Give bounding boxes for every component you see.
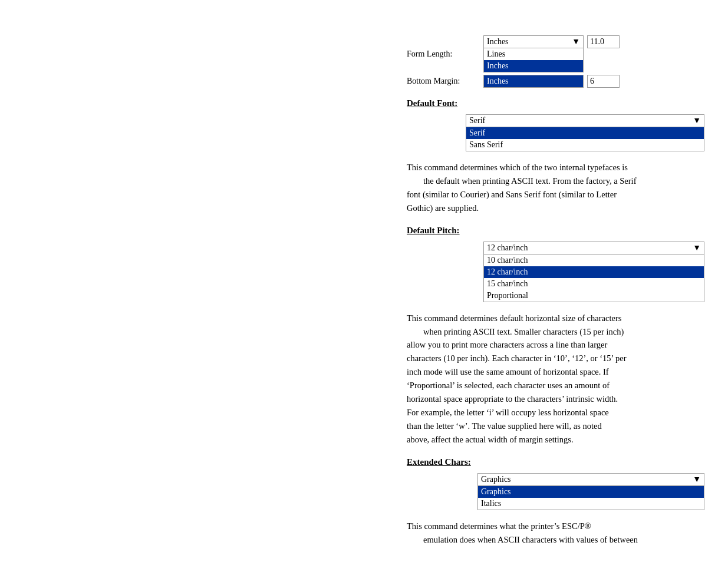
font-selected-value: Serif <box>469 116 485 125</box>
bottom-margin-row: Bottom Margin: Inches 6 <box>407 75 704 88</box>
form-length-numeric-value[interactable]: 11.0 <box>587 35 620 48</box>
extended-chars-arrow-icon: ▼ <box>693 475 701 484</box>
form-length-bottom-margin-section: Form Length: Inches ▼ Lines Inches 11.0 <box>407 35 704 88</box>
form-length-option-inches[interactable]: Inches <box>484 60 583 72</box>
extended-chars-selected-display[interactable]: Graphics ▼ <box>478 474 704 485</box>
form-length-dropdown-wrapper[interactable]: Inches ▼ Lines Inches <box>483 35 584 72</box>
pitch-dropdown[interactable]: 12 char/inch ▼ 10 char/inch 12 char/inch… <box>483 242 704 302</box>
pitch-option-15[interactable]: 15 char/inch <box>484 278 704 290</box>
pitch-arrow-icon: ▼ <box>693 243 701 253</box>
font-description-indent: the default when printing ASCII text. Fr… <box>407 176 636 213</box>
extended-chars-description-line1: This command determines what the printer… <box>407 521 591 531</box>
default-font-description: This command determines which of the two… <box>407 161 704 215</box>
pitch-description-rest: when printing ASCII text. Smaller charac… <box>407 327 627 444</box>
font-option-sans-serif[interactable]: Sans Serif <box>466 139 704 151</box>
bottom-margin-option-inches[interactable]: Inches <box>484 75 583 87</box>
extended-chars-description-rest: emulation does when ASCII characters wit… <box>407 535 638 544</box>
extended-chars-option-graphics[interactable]: Graphics <box>478 486 704 498</box>
font-option-serif[interactable]: Serif <box>466 127 704 139</box>
default-pitch-description: This command determines default horizont… <box>407 312 704 447</box>
extended-chars-heading: Extended Chars: <box>407 457 704 467</box>
default-font-heading: Default Font: <box>407 98 704 108</box>
pitch-option-proportional[interactable]: Proportional <box>484 290 704 302</box>
extended-chars-section: Extended Chars: Graphics ▼ Graphics Ital… <box>407 457 704 547</box>
form-length-row: Form Length: Inches ▼ Lines Inches 11.0 <box>407 35 704 72</box>
pitch-option-10[interactable]: 10 char/inch <box>484 254 704 266</box>
extended-chars-option-italics[interactable]: Italics <box>478 498 704 510</box>
form-length-selected[interactable]: Inches ▼ <box>484 36 583 48</box>
form-length-label: Form Length: <box>407 49 483 59</box>
extended-chars-dropdown-area: Graphics ▼ Graphics Italics <box>477 473 704 510</box>
default-pitch-section: Default Pitch: 12 char/inch ▼ 10 char/in… <box>407 226 704 447</box>
pitch-options: 10 char/inch 12 char/inch 15 char/inch P… <box>484 254 704 302</box>
font-dropdown-area: Serif ▼ Serif Sans Serif <box>466 114 704 151</box>
bottom-margin-numeric-value[interactable]: 6 <box>587 75 620 88</box>
default-pitch-heading: Default Pitch: <box>407 226 704 236</box>
pitch-dropdown-area: 12 char/inch ▼ 10 char/inch 12 char/inch… <box>483 242 704 302</box>
pitch-description-line1: This command determines default horizont… <box>407 313 621 323</box>
font-dropdown[interactable]: Serif ▼ Serif Sans Serif <box>466 114 704 151</box>
form-length-dropdown[interactable]: Inches ▼ Lines Inches <box>483 35 584 72</box>
pitch-option-12[interactable]: 12 char/inch <box>484 266 704 278</box>
default-font-section: Default Font: Serif ▼ Serif Sans Serif T… <box>407 98 704 215</box>
pitch-selected-display[interactable]: 12 char/inch ▼ <box>484 242 704 254</box>
form-length-option-lines[interactable]: Lines <box>484 48 583 60</box>
font-selected-display[interactable]: Serif ▼ <box>466 115 704 127</box>
bottom-margin-label: Bottom Margin: <box>407 77 483 86</box>
content-area: Form Length: Inches ▼ Lines Inches 11.0 <box>407 35 728 547</box>
page-container: Form Length: Inches ▼ Lines Inches 11.0 <box>0 0 728 562</box>
form-length-arrow: ▼ <box>572 37 580 47</box>
font-description-text: This command determines which of the two… <box>407 163 628 172</box>
extended-chars-selected-value: Graphics <box>481 475 511 484</box>
form-length-options: Lines Inches <box>484 48 583 72</box>
extended-chars-description: This command determines what the printer… <box>407 520 704 547</box>
extended-chars-dropdown[interactable]: Graphics ▼ Graphics Italics <box>477 473 704 510</box>
bottom-margin-dropdown[interactable]: Inches <box>483 75 584 88</box>
form-length-value: Inches <box>487 37 509 47</box>
bottom-margin-dropdown-wrapper[interactable]: Inches <box>483 75 584 88</box>
font-options: Serif Sans Serif <box>466 127 704 151</box>
font-arrow-icon: ▼ <box>693 116 701 125</box>
extended-chars-options: Graphics Italics <box>478 485 704 510</box>
pitch-selected-value: 12 char/inch <box>487 243 528 253</box>
